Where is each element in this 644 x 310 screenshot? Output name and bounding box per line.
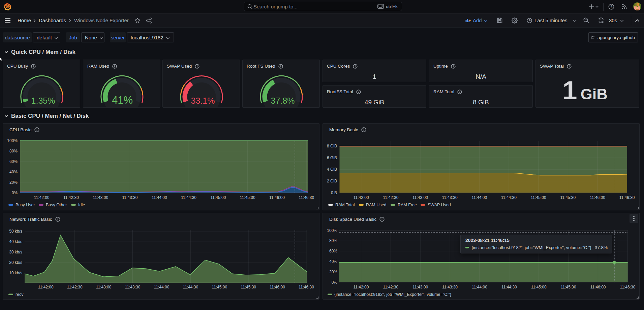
svg-text:11:42:30: 11:42:30 — [383, 285, 398, 289]
svg-text:11:46:00: 11:46:00 — [270, 285, 285, 289]
svg-text:20 kb/s: 20 kb/s — [9, 260, 22, 265]
svg-text:41%: 41% — [112, 94, 133, 106]
svg-text:20%: 20% — [9, 180, 18, 185]
svg-text:80%: 80% — [329, 238, 337, 243]
svg-text:10 kb/s: 10 kb/s — [9, 271, 22, 275]
svg-text:11:46:00: 11:46:00 — [590, 195, 605, 200]
svg-text:Busy Other: Busy Other — [46, 203, 67, 207]
svg-text:11:45:00: 11:45:00 — [212, 285, 227, 289]
svg-text:recv: recv — [16, 292, 24, 297]
svg-text:11:46:00: 11:46:00 — [269, 195, 285, 200]
svg-text:11:42:30: 11:42:30 — [383, 195, 398, 200]
svg-text:11:45:00: 11:45:00 — [531, 285, 547, 289]
svg-text:0 B: 0 B — [331, 191, 337, 195]
svg-text:{instance="localhost:9182", jo: {instance="localhost:9182", job="WMI_Exp… — [334, 292, 451, 297]
svg-text:RAM Used: RAM Used — [366, 203, 386, 207]
svg-text:11:43:30: 11:43:30 — [442, 195, 458, 200]
svg-text:11:43:00: 11:43:00 — [93, 195, 108, 200]
svg-text:Idle: Idle — [78, 203, 85, 207]
svg-text:11:43:30: 11:43:30 — [442, 285, 458, 289]
svg-text:60%: 60% — [329, 249, 337, 253]
svg-text:11:43:00: 11:43:00 — [412, 285, 428, 289]
svg-text:11:44:00: 11:44:00 — [154, 285, 169, 289]
svg-text:11:44:00: 11:44:00 — [472, 285, 487, 289]
svg-text:Busy User: Busy User — [16, 203, 35, 207]
svg-text:11:42:30: 11:42:30 — [67, 285, 83, 289]
svg-text:11:43:30: 11:43:30 — [125, 285, 141, 289]
svg-text:11:42:30: 11:42:30 — [63, 195, 79, 200]
svg-text:40 kb/s: 40 kb/s — [9, 239, 22, 244]
svg-text:11:44:30: 11:44:30 — [501, 285, 517, 289]
svg-text:11:46:30: 11:46:30 — [299, 285, 314, 289]
svg-text:11:43:00: 11:43:00 — [96, 285, 112, 289]
svg-text:37.8%: 37.8% — [271, 96, 295, 105]
svg-text:1.35%: 1.35% — [31, 96, 55, 105]
svg-text:11:45:30: 11:45:30 — [240, 195, 255, 200]
svg-text:40%: 40% — [9, 170, 18, 174]
svg-text:8 GiB: 8 GiB — [327, 144, 337, 148]
svg-text:11:43:30: 11:43:30 — [122, 195, 138, 200]
svg-text:100%: 100% — [327, 228, 337, 233]
svg-text:11:45:30: 11:45:30 — [241, 285, 256, 289]
svg-text:11:44:00: 11:44:00 — [471, 195, 487, 200]
svg-text:11:44:30: 11:44:30 — [181, 195, 196, 200]
svg-text:33.1%: 33.1% — [191, 96, 215, 105]
svg-text:11:46:30: 11:46:30 — [299, 195, 314, 200]
svg-text:RAM Free: RAM Free — [398, 203, 417, 207]
svg-text:RAM Total: RAM Total — [335, 203, 355, 207]
svg-text:11:42:00: 11:42:00 — [354, 195, 369, 200]
svg-text:11:46:00: 11:46:00 — [590, 285, 606, 289]
svg-text:11:44:30: 11:44:30 — [183, 285, 198, 289]
svg-text:11:44:00: 11:44:00 — [152, 195, 167, 200]
svg-text:60%: 60% — [9, 159, 18, 164]
svg-text:11:45:30: 11:45:30 — [560, 195, 576, 200]
svg-text:11:45:00: 11:45:00 — [531, 195, 546, 200]
svg-text:11:46:30: 11:46:30 — [620, 285, 636, 289]
svg-text:20%: 20% — [329, 270, 337, 274]
svg-text:11:45:30: 11:45:30 — [561, 285, 576, 289]
svg-text:11:45:00: 11:45:00 — [210, 195, 226, 200]
svg-text:11:46:30: 11:46:30 — [619, 195, 635, 200]
svg-text:6 GiB: 6 GiB — [327, 156, 337, 160]
svg-text:11:42:00: 11:42:00 — [353, 285, 369, 289]
svg-text:0%: 0% — [332, 280, 338, 285]
svg-text:SWAP Used: SWAP Used — [428, 203, 451, 207]
svg-text:2 GiB: 2 GiB — [327, 179, 337, 183]
svg-text:11:42:00: 11:42:00 — [34, 195, 50, 200]
svg-text:11:43:00: 11:43:00 — [412, 195, 428, 200]
svg-text:80%: 80% — [9, 149, 18, 153]
svg-text:11:44:30: 11:44:30 — [501, 195, 517, 200]
svg-text:4 GiB: 4 GiB — [327, 167, 337, 172]
svg-text:100%: 100% — [7, 138, 18, 143]
svg-text:0%: 0% — [12, 191, 18, 195]
svg-text:50 kb/s: 50 kb/s — [9, 229, 22, 234]
svg-text:?: ? — [610, 5, 612, 9]
svg-text:11:42:00: 11:42:00 — [38, 285, 54, 289]
svg-text:30 kb/s: 30 kb/s — [9, 250, 22, 254]
svg-text:40%: 40% — [329, 259, 337, 264]
